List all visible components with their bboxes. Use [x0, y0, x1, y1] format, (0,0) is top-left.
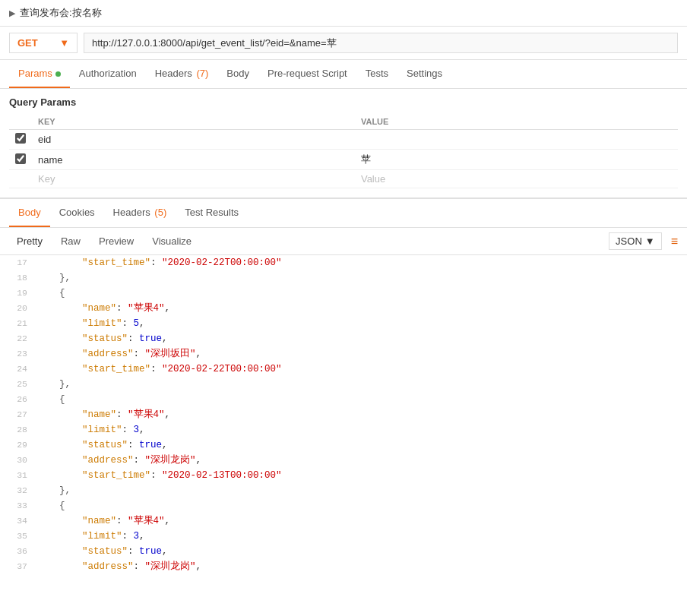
line-content: }, [36, 270, 71, 286]
line-content: "name": "苹果4", [36, 301, 170, 316]
list-item: 22 "status": true, [0, 331, 687, 346]
response-tabs: Body Cookies Headers (5) Test Results [0, 199, 687, 228]
line-number: 17 [9, 256, 36, 270]
line-content: "address": "深圳龙岗", [36, 559, 201, 574]
list-item: 21 "limit": 5, [0, 316, 687, 331]
tab-body[interactable]: Body [217, 60, 258, 88]
fmt-btn-visualize[interactable]: Visualize [144, 232, 199, 250]
tab-settings-label: Settings [407, 68, 442, 79]
resp-tab-cookies-label: Cookies [59, 207, 95, 218]
url-input[interactable] [84, 33, 678, 53]
format-select[interactable]: JSON ▼ [609, 232, 662, 250]
line-number: 34 [9, 514, 36, 528]
tab-authorization-label: Authorization [79, 68, 137, 79]
list-item: 17 "start_time": "2020-02-22T00:00:00" [0, 255, 687, 270]
line-number: 28 [9, 423, 36, 437]
url-bar: GET ▼ [0, 27, 687, 60]
table-row: name苹 [9, 150, 678, 170]
tab-params[interactable]: Params [9, 60, 70, 88]
resp-tab-body[interactable]: Body [9, 199, 50, 227]
resp-tab-test-results-label: Test Results [185, 207, 239, 218]
list-item: 18 }, [0, 270, 687, 286]
breadcrumb: ▶ 查询发布会:按名称 [0, 0, 687, 27]
headers-badge: (7) [194, 68, 209, 79]
format-label: JSON [616, 235, 642, 247]
th-checkbox [9, 114, 32, 130]
param-key-cell: name [32, 150, 355, 170]
line-content: "start_time": "2020-02-22T00:00:00" [36, 362, 282, 377]
line-content: "start_time": "2020-02-13T00:00:00" [36, 468, 282, 483]
line-number: 22 [9, 332, 36, 346]
list-item: 23 "address": "深圳坂田", [0, 346, 687, 362]
resp-tab-test-results[interactable]: Test Results [176, 199, 248, 227]
method-select[interactable]: GET ▼ [9, 33, 78, 53]
line-number: 19 [9, 286, 36, 300]
tab-pre-request-label: Pre-request Script [268, 68, 347, 79]
list-item: 25 }, [0, 377, 687, 392]
line-content: "name": "苹果4", [36, 407, 170, 422]
params-section: Query Params KEY VALUE eidname苹KeyValue [0, 89, 687, 196]
line-content: }, [36, 483, 71, 498]
line-content: "name": "苹果4", [36, 513, 170, 529]
resp-tab-headers[interactable]: Headers (5) [104, 199, 176, 227]
line-number: 20 [9, 302, 36, 315]
fmt-btn-preview[interactable]: Preview [91, 232, 141, 250]
param-checkbox[interactable] [15, 153, 26, 164]
line-number: 37 [9, 560, 36, 573]
line-number: 23 [9, 347, 36, 361]
line-content: "limit": 5, [36, 316, 145, 331]
param-checkbox[interactable] [15, 133, 26, 144]
table-row: eid [9, 130, 678, 150]
resp-tab-body-label: Body [18, 207, 41, 218]
list-item: 24 "start_time": "2020-02-22T00:00:00" [0, 362, 687, 377]
list-item: 35 "limit": 3, [0, 529, 687, 544]
tab-headers-label: Headers [155, 68, 192, 79]
list-item: 29 "status": true, [0, 438, 687, 453]
tab-authorization[interactable]: Authorization [70, 60, 146, 88]
list-item: 36 "status": true, [0, 544, 687, 559]
fmt-btn-pretty[interactable]: Pretty [9, 232, 50, 250]
breadcrumb-text: 查询发布会:按名称 [20, 6, 102, 20]
list-item: 19 { [0, 286, 687, 301]
method-chevron-icon: ▼ [59, 37, 69, 49]
line-number: 18 [9, 271, 36, 285]
list-item: 27 "name": "苹果4", [0, 407, 687, 422]
line-content: }, [36, 377, 71, 392]
line-number: 29 [9, 438, 36, 452]
param-key-cell: Key [32, 170, 355, 188]
line-content: "address": "深圳龙岗", [36, 453, 201, 468]
fmt-btn-raw[interactable]: Raw [53, 232, 88, 250]
param-value-cell [355, 130, 678, 150]
line-content: "status": true, [36, 331, 168, 346]
line-number: 26 [9, 393, 36, 406]
wrap-icon[interactable]: ≡ [671, 235, 678, 248]
line-content: "status": true, [36, 544, 168, 559]
tab-tests[interactable]: Tests [356, 60, 397, 88]
line-number: 30 [9, 453, 36, 467]
param-value-cell: Value [355, 170, 678, 188]
list-item: 20 "name": "苹果4", [0, 301, 687, 316]
line-number: 21 [9, 317, 36, 330]
params-title: Query Params [9, 96, 678, 108]
resp-tab-cookies[interactable]: Cookies [50, 199, 104, 227]
line-number: 31 [9, 469, 36, 482]
line-content: "address": "深圳坂田", [36, 346, 201, 362]
line-number: 35 [9, 529, 36, 543]
line-content: "status": true, [36, 438, 168, 453]
line-number: 27 [9, 408, 36, 422]
method-label: GET [17, 37, 38, 49]
json-area: 17 "start_time": "2020-02-22T00:00:00"18… [0, 255, 687, 574]
th-key: KEY [32, 114, 355, 130]
line-content: { [36, 286, 65, 301]
tab-body-label: Body [226, 68, 249, 79]
request-tabs: Params Authorization Headers (7) Body Pr… [0, 60, 687, 89]
breadcrumb-arrow: ▶ [9, 8, 15, 18]
tab-settings[interactable]: Settings [397, 60, 451, 88]
line-number: 24 [9, 362, 36, 376]
list-item: 34 "name": "苹果4", [0, 513, 687, 529]
list-item: 28 "limit": 3, [0, 422, 687, 438]
line-content: "limit": 3, [36, 529, 145, 544]
tab-headers[interactable]: Headers (7) [146, 60, 218, 88]
tab-params-label: Params [18, 68, 52, 79]
tab-pre-request[interactable]: Pre-request Script [258, 60, 356, 88]
